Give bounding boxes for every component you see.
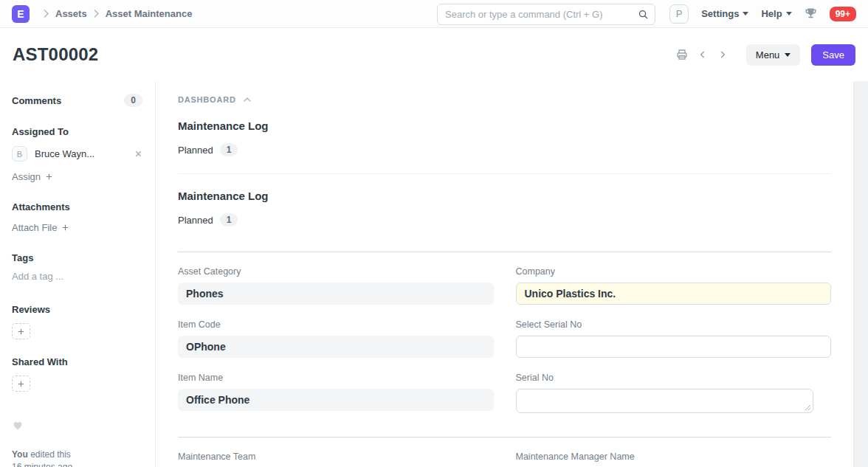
planned-count-badge: 1 xyxy=(220,213,238,226)
user-avatar[interactable]: P xyxy=(669,4,689,24)
add-review-button[interactable] xyxy=(12,323,30,339)
caret-down-icon xyxy=(785,53,790,57)
edited-time: 16 minutes ago xyxy=(12,461,142,467)
tags-section: Tags Add a tag ... xyxy=(12,252,142,282)
remove-assignee-icon[interactable] xyxy=(134,150,142,158)
dashboard-label: DASHBOARD xyxy=(178,95,236,104)
maintenance-log-title[interactable]: Maintenance Log xyxy=(178,120,831,132)
like-heart-icon[interactable] xyxy=(12,420,142,431)
field-maintenance-manager-name: Maintenance Manager Name Bruce Wayne xyxy=(516,452,832,467)
print-icon[interactable] xyxy=(675,47,689,62)
settings-menu[interactable]: Settings xyxy=(701,8,748,19)
field-label: Serial No xyxy=(516,373,832,383)
page-title: AST00002 xyxy=(13,44,98,65)
breadcrumb-assets[interactable]: Assets xyxy=(55,8,87,19)
assigned-to-section: Assigned To B Bruce Wayn... Assign xyxy=(12,126,142,182)
comments-count-badge: 0 xyxy=(124,94,142,107)
field-company: Company Unico Plastics Inc. xyxy=(516,266,832,305)
resize-grip-icon[interactable] xyxy=(805,404,811,411)
form-sidebar: Comments 0 Assigned To B Bruce Wayn... A… xyxy=(0,81,156,467)
last-edited-info: You edited this 16 minutes ago xyxy=(12,449,142,467)
add-share-button[interactable] xyxy=(12,376,30,392)
plus-icon xyxy=(17,328,25,336)
page-head: AST00002 Menu Save xyxy=(0,28,868,81)
save-button[interactable]: Save xyxy=(811,44,855,66)
dashboard-card: Maintenance Log Planned 1 xyxy=(178,120,831,156)
item-name-value: Office Phone xyxy=(178,389,494,411)
plus-icon xyxy=(45,173,53,181)
field-label: Maintenance Team xyxy=(178,452,494,462)
help-menu[interactable]: Help xyxy=(761,8,791,19)
planned-status-item[interactable]: Planned 1 xyxy=(178,143,831,156)
edited-by: You xyxy=(12,449,28,460)
navbar: E Assets Asset Maintenance P Settings He… xyxy=(0,0,868,28)
assignee-avatar: B xyxy=(12,146,27,162)
breadcrumb: Assets Asset Maintenance xyxy=(37,8,192,19)
search-icon xyxy=(638,9,649,20)
search-input[interactable] xyxy=(445,9,638,20)
navbar-right: P Settings Help 99+ xyxy=(669,4,856,24)
app-logo-letter: E xyxy=(17,8,24,20)
dashboard-card: Maintenance Log Planned 1 xyxy=(178,190,831,226)
divider xyxy=(178,173,831,174)
field-label: Company xyxy=(516,266,832,277)
trophy-icon[interactable] xyxy=(805,7,817,20)
assign-label: Assign xyxy=(12,171,41,182)
item-code-value: OPhone xyxy=(178,336,494,358)
breadcrumb-asset-maintenance[interactable]: Asset Maintenance xyxy=(106,8,193,19)
company-field[interactable]: Unico Plastics Inc. xyxy=(516,283,832,305)
select-serial-no-input[interactable] xyxy=(516,336,832,358)
serial-no-textarea[interactable] xyxy=(516,389,814,413)
global-search[interactable] xyxy=(437,4,655,25)
caret-down-icon xyxy=(786,12,792,15)
attachments-section: Attachments Attach File xyxy=(12,201,142,233)
menu-button-label: Menu xyxy=(756,49,780,60)
reviews-label: Reviews xyxy=(12,304,142,315)
attach-file-button[interactable]: Attach File xyxy=(12,222,142,233)
breadcrumb-chevron-icon xyxy=(43,9,49,18)
save-button-label: Save xyxy=(822,49,844,60)
field-label: Maintenance Manager Name xyxy=(516,452,832,462)
settings-label: Settings xyxy=(701,8,739,19)
help-label: Help xyxy=(761,8,782,19)
notification-badge[interactable]: 99+ xyxy=(830,7,856,21)
assign-button[interactable]: Assign xyxy=(12,171,142,182)
dashboard-section: DASHBOARD Maintenance Log Planned 1 Main… xyxy=(178,81,831,226)
attach-file-label: Attach File xyxy=(12,222,57,233)
field-maintenance-team: Maintenance Team IT service team xyxy=(178,452,494,467)
menu-button[interactable]: Menu xyxy=(746,44,801,66)
dashboard-header[interactable]: DASHBOARD xyxy=(178,95,831,104)
assigned-to-label: Assigned To xyxy=(12,126,142,137)
planned-label: Planned xyxy=(178,215,213,226)
field-label: Select Serial No xyxy=(516,319,832,330)
planned-status-item[interactable]: Planned 1 xyxy=(178,213,831,226)
user-avatar-letter: P xyxy=(676,8,683,19)
tags-label: Tags xyxy=(12,252,142,263)
assignee-item[interactable]: B Bruce Wayn... xyxy=(12,146,142,162)
field-asset-category: Asset Category Phones xyxy=(178,266,494,305)
reviews-section: Reviews xyxy=(12,304,142,339)
form-section-team: Maintenance Team IT service team Mainten… xyxy=(178,437,831,467)
add-tag-input[interactable]: Add a tag ... xyxy=(12,271,142,282)
breadcrumb-chevron-icon xyxy=(93,9,100,18)
attachments-label: Attachments xyxy=(12,201,142,212)
page-body: Comments 0 Assigned To B Bruce Wayn... A… xyxy=(0,81,868,467)
maintenance-log-title[interactable]: Maintenance Log xyxy=(178,190,831,202)
field-item-code: Item Code OPhone xyxy=(178,319,494,358)
caret-down-icon xyxy=(743,12,748,15)
plus-icon xyxy=(61,224,69,232)
plus-icon xyxy=(17,380,25,388)
planned-count-badge: 1 xyxy=(220,143,238,156)
app-logo[interactable]: E xyxy=(12,5,30,23)
assignee-name: Bruce Wayn... xyxy=(35,148,94,159)
page-actions: Menu Save xyxy=(675,44,855,66)
field-item-name: Item Name Office Phone xyxy=(178,373,494,415)
field-label: Item Code xyxy=(178,319,494,330)
next-document-icon[interactable] xyxy=(716,48,729,61)
field-label: Asset Category xyxy=(178,266,494,277)
field-select-serial-no: Select Serial No xyxy=(516,319,832,358)
scrollbar-track[interactable] xyxy=(853,81,868,467)
comments-link[interactable]: Comments 0 xyxy=(12,94,142,107)
prev-document-icon[interactable] xyxy=(696,48,709,61)
comments-label: Comments xyxy=(12,95,61,106)
